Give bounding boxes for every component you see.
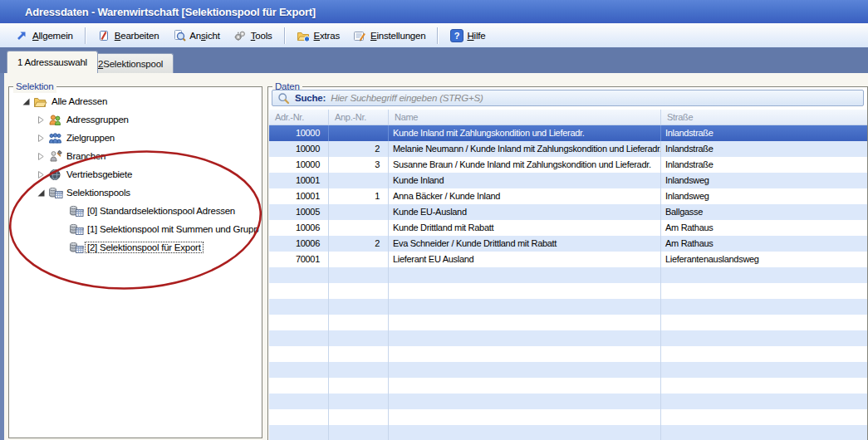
collapse-arrow-icon[interactable] [37, 171, 48, 178]
empty-cell [269, 299, 329, 315]
column-header-c2[interactable]: Name [389, 110, 661, 125]
table-empty-row[interactable] [269, 315, 867, 330]
table-empty-row[interactable] [269, 425, 867, 440]
settings-page-icon [353, 29, 367, 42]
tree-item[interactable]: Selektionspools [9, 183, 262, 202]
content-area: Selektion Alle AdressenAdressgruppenZiel… [0, 73, 868, 440]
table-empty-row[interactable] [269, 267, 867, 283]
cell-adr-nr: 10000 [269, 141, 329, 157]
tree-item[interactable]: Branchen [9, 147, 262, 165]
collapse-arrow-icon[interactable] [37, 134, 48, 142]
table-row[interactable]: 100002Melanie Neumann / Kunde Inland mit… [269, 141, 867, 157]
table-empty-row[interactable] [269, 330, 867, 346]
cell-anp-nr: 3 [329, 157, 389, 173]
selection-pool-icon [69, 223, 86, 236]
table-row[interactable]: 70001Lieferant EU AuslandLieferantenausl… [269, 252, 867, 267]
tree-item[interactable]: [1] Selektionspool mit Summen und Grupp [9, 220, 262, 238]
menu-separator [284, 27, 285, 44]
column-header-c1[interactable]: Anp.-Nr. [329, 110, 389, 125]
table-empty-row[interactable] [269, 394, 867, 409]
empty-cell [269, 409, 329, 425]
menu-item-allgemein[interactable]: Allgemein [8, 27, 80, 45]
cell-name: Kunde EU-Ausland [389, 204, 661, 220]
cell-strasse: Ballgasse [661, 204, 867, 220]
tree-item-label: [1] Selektionspool mit Summen und Grupp [86, 224, 260, 234]
menu-item-label: Tools [251, 31, 272, 41]
table-row[interactable]: 10005Kunde EU-AuslandBallgasse [269, 204, 867, 220]
tree-item[interactable]: Zielgruppen [9, 129, 262, 147]
empty-cell [389, 425, 661, 440]
menu-item-tools[interactable]: Tools [227, 27, 279, 45]
cell-adr-nr: 10000 [269, 125, 329, 141]
table-row[interactable]: 10000Kunde Inland mit Zahlungskondition … [269, 125, 867, 141]
empty-cell [269, 267, 329, 283]
menu-item-einstellungen[interactable]: Einstellungen [346, 27, 432, 45]
tab-selektionspool[interactable]: 2 Selektionspool [87, 53, 174, 73]
tree-item[interactable]: [2] Selektionspool für Export [9, 238, 262, 257]
table-row[interactable]: 100003Susanne Braun / Kunde Inland mit Z… [269, 157, 867, 173]
tree-item-label: [2] Selektionspool für Export [86, 242, 203, 252]
tree-item[interactable]: Alle Adressen [9, 92, 262, 110]
cell-name: Kunde Drittland mit Rabatt [389, 220, 661, 236]
cell-name: Eva Schneider / Kunde Drittland mit Raba… [389, 236, 661, 252]
window-title: Adressdaten - Warenwirtschaft [Selektion… [0, 6, 316, 18]
globe-icon [48, 169, 65, 181]
empty-cell [389, 315, 661, 330]
menu-item-bearbeiten[interactable]: Bearbeiten [91, 27, 166, 45]
cell-name: Kunde Inland mit Zahlungskondition und L… [389, 125, 661, 141]
menu-item-label: Ansicht [189, 31, 219, 41]
search-placeholder: Hier Suchbegriff eingeben (STRG+S) [331, 93, 483, 103]
window-frame-edge [0, 73, 4, 440]
cell-strasse: Inlandstraße [661, 141, 867, 157]
menu-item-hilfe[interactable]: ?Hilfe [443, 27, 492, 45]
empty-cell [661, 315, 867, 330]
cell-anp-nr [329, 173, 389, 188]
table-empty-row[interactable] [269, 362, 867, 378]
menu-item-label: Extras [314, 31, 340, 41]
cell-anp-nr: 2 [329, 236, 389, 252]
tree-item[interactable]: [0] Standardselektionspool Adressen [9, 202, 262, 220]
search-label: Suche: [295, 93, 326, 103]
column-header-c0[interactable]: Adr.-Nr. [269, 110, 329, 125]
tab-adressauswahl[interactable]: 1 Adressauswahl [7, 51, 98, 73]
empty-cell [329, 299, 389, 315]
empty-cell [329, 425, 389, 440]
table-empty-row[interactable] [269, 299, 867, 315]
column-header-c3[interactable]: Straße [661, 110, 867, 125]
empty-cell [661, 409, 867, 425]
cell-adr-nr: 10005 [269, 204, 329, 220]
collapse-arrow-icon[interactable] [37, 153, 48, 160]
menu-item-ansicht[interactable]: Ansicht [165, 27, 226, 45]
table-row[interactable]: 100011Anna Bäcker / Kunde InlandInlandsw… [269, 188, 867, 204]
table-empty-row[interactable] [269, 409, 867, 425]
cell-strasse: Am Rathaus [661, 236, 867, 252]
expand-arrow-icon[interactable] [22, 98, 33, 105]
table-empty-row[interactable] [269, 283, 867, 299]
cell-adr-nr: 10000 [269, 157, 329, 173]
menu-item-extras[interactable]: Extras [290, 27, 346, 45]
empty-cell [269, 315, 329, 330]
table-row[interactable]: 100062Eva Schneider / Kunde Drittland mi… [269, 236, 867, 252]
empty-cell [661, 394, 867, 409]
svg-text:?: ? [454, 31, 460, 41]
tree-item[interactable]: Adressgruppen [9, 110, 262, 129]
table-empty-row[interactable] [269, 346, 867, 362]
empty-cell [661, 378, 867, 394]
collapse-arrow-icon[interactable] [37, 116, 48, 124]
title-bar: Adressdaten - Warenwirtschaft [Selektion… [0, 0, 868, 23]
table-row[interactable]: 10006Kunde Drittland mit RabattAm Rathau… [269, 220, 867, 236]
menu-separator [437, 27, 438, 44]
table-row[interactable]: 10001Kunde InlandInlandsweg [269, 173, 867, 188]
search-bar[interactable]: Suche: Hier Suchbegriff eingeben (STRG+S… [272, 90, 864, 106]
folder-open-icon [33, 95, 50, 108]
expand-arrow-icon[interactable] [37, 189, 48, 197]
cell-strasse: Lieferantenauslandsweg [661, 252, 867, 267]
tree-item-label: Zielgruppen [65, 133, 116, 143]
cell-name: Lieferant EU Ausland [389, 252, 661, 267]
tree-item[interactable]: Vertriebsgebiete [9, 165, 262, 183]
menu-separator [85, 27, 86, 44]
empty-cell [389, 378, 661, 394]
table-empty-row[interactable] [269, 378, 867, 394]
selektion-groupbox: Selektion Alle AdressenAdressgruppenZiel… [8, 86, 262, 438]
cell-name: Kunde Inland [389, 173, 661, 188]
